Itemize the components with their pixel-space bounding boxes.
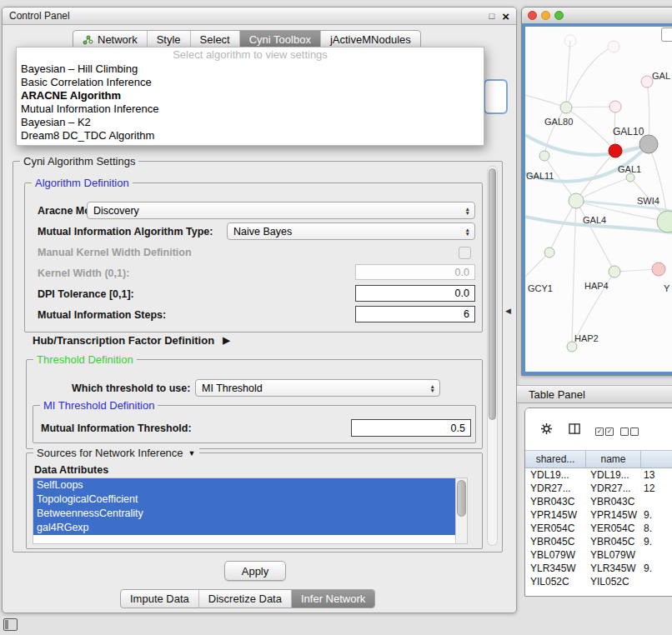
mi-threshold-field[interactable]: 0.5	[351, 419, 471, 437]
cell-shared: YBR043C	[525, 496, 586, 508]
tab-network[interactable]: Network	[73, 31, 148, 48]
network-graph[interactable]: GAL GAL80 GAL10 GAL11 GAL1 SWI4 GAL4 GCY…	[525, 27, 672, 375]
network-node[interactable]	[652, 262, 665, 276]
tab-cyni-toolbox[interactable]: Cyni Toolbox	[240, 31, 321, 48]
network-node[interactable]	[569, 193, 584, 208]
algorithm-option-bayesian-k2[interactable]: Bayesian – K2	[17, 116, 484, 129]
network-node[interactable]	[657, 211, 672, 232]
table-row[interactable]: YLR345WYLR345W9.	[525, 562, 672, 575]
network-node-highlighted[interactable]	[609, 144, 622, 158]
network-node[interactable]	[544, 248, 554, 258]
expand-right-icon[interactable]: ▶	[223, 335, 229, 346]
algorithm-option-aracne[interactable]: ARACNE Algorithm	[17, 89, 484, 102]
combobox-value: Naive Bayes	[233, 226, 292, 238]
network-nodes[interactable]	[539, 35, 672, 352]
network-node[interactable]	[641, 76, 653, 88]
attributes-list-scrollbar[interactable]	[455, 478, 467, 543]
column-header-name[interactable]: name	[586, 451, 641, 468]
network-canvas[interactable]: GAL GAL80 GAL10 GAL11 GAL1 SWI4 GAL4 GCY…	[522, 23, 672, 375]
network-node-label: SWI4	[637, 196, 659, 206]
algorithm-option-bayesian-hill-climbing[interactable]: Bayesian – Hill Climbing	[17, 62, 484, 76]
zoom-traffic-light[interactable]	[554, 11, 564, 20]
tab-impute-data[interactable]: Impute Data	[121, 590, 199, 608]
manual-kernel-width-label: Manual Kernel Width Definition	[38, 247, 192, 258]
table-row[interactable]: YBR043CYBR043C	[525, 495, 672, 508]
attribute-item-selected[interactable]: TopologicalCoefficient	[33, 492, 456, 507]
network-node[interactable]	[609, 101, 621, 112]
hub-transcription-factor-section[interactable]: Hub/Transcription Factor Definition ▶	[33, 334, 230, 347]
tab-infer-network[interactable]: Infer Network	[292, 590, 374, 608]
manual-kernel-width-checkbox[interactable]	[459, 247, 471, 259]
collapse-down-icon[interactable]: ▼	[188, 449, 196, 458]
tab-jactivemnodules[interactable]: jActiveMNodules	[321, 31, 420, 48]
network-node[interactable]	[608, 41, 619, 52]
network-node-hub[interactable]	[639, 135, 658, 153]
close-window-icon[interactable]: ×	[502, 10, 509, 22]
tab-discretize-data[interactable]: Discretize Data	[199, 590, 292, 608]
network-node[interactable]	[626, 173, 634, 182]
columns-icon[interactable]	[569, 423, 581, 435]
table-row[interactable]: YBR045CYBR045C9.	[525, 535, 672, 548]
network-node-label: GAL80	[544, 117, 573, 127]
algorithm-option-mutual-information[interactable]: Mutual Information Inference	[17, 102, 484, 116]
table-row[interactable]: YPR145WYPR145W9.	[525, 508, 672, 522]
table-row[interactable]: YBL079WYBL079W	[525, 548, 672, 562]
unchecked-boxes-icon[interactable]	[620, 428, 639, 436]
table-row[interactable]: YDR27...YDR27...12	[525, 482, 672, 495]
tab-select[interactable]: Select	[191, 31, 240, 48]
which-threshold-label: Which threshold to use:	[72, 382, 190, 394]
mi-algorithm-type-combobox[interactable]: Naive Bayes ▲▼	[227, 222, 475, 240]
network-node-label: GAL1	[618, 164, 641, 174]
gear-icon[interactable]	[540, 422, 553, 435]
data-attributes-list[interactable]: SelfLoops TopologicalCoefficient Between…	[33, 478, 468, 544]
control-panel-window: Control Panel □ × Network Style Select C…	[2, 7, 517, 613]
group-title: Cyni Algorithm Settings	[20, 155, 138, 168]
dpi-tolerance-field[interactable]: 0.0	[355, 285, 475, 302]
cell-shared: YLR345W	[525, 562, 586, 574]
attribute-item-selected[interactable]: gal4RGexp	[33, 521, 456, 535]
network-node[interactable]	[609, 266, 620, 278]
table-header-row[interactable]: shared... name	[525, 450, 672, 468]
float-window-icon[interactable]: □	[489, 11, 495, 21]
column-header-shared[interactable]: shared...	[525, 451, 586, 468]
cell-shared: YDL19...	[525, 469, 586, 481]
which-threshold-combobox[interactable]: MI Threshold ▲▼	[195, 379, 440, 397]
network-icon	[83, 35, 93, 45]
table-row[interactable]: YDL19...YDL19...13	[525, 468, 672, 482]
checked-boxes-icon[interactable]: ✓✓	[595, 428, 614, 436]
scrollbar-thumb[interactable]	[489, 168, 496, 420]
table-row[interactable]: YIL052CYIL052C	[525, 575, 672, 588]
minimize-traffic-light[interactable]	[541, 11, 550, 20]
column-header-extra[interactable]	[641, 451, 672, 468]
network-node[interactable]	[539, 151, 549, 161]
network-node-label: GAL10	[613, 126, 644, 138]
minimized-panel-icon[interactable]	[3, 618, 18, 631]
scrollbar-thumb[interactable]	[457, 480, 466, 517]
settings-scrollbar[interactable]	[487, 166, 498, 546]
algorithm-option-dream8[interactable]: Dream8 DC_TDC Algorithm	[17, 129, 484, 142]
aracne-mode-combobox[interactable]: Discovery ▲▼	[87, 202, 475, 219]
attribute-item-selected[interactable]: SelfLoops	[33, 478, 456, 492]
data-attributes-label: Data Attributes	[34, 464, 108, 476]
table-row[interactable]: YER054CYER054C8.	[525, 522, 672, 535]
attribute-item-selected[interactable]: BetweennessCentrality	[33, 507, 456, 521]
splitter-collapse-icon[interactable]: ◀	[505, 307, 511, 315]
network-node[interactable]	[560, 102, 572, 113]
apply-button[interactable]: Apply	[224, 561, 286, 581]
control-panel-titlebar[interactable]: Control Panel □ ×	[3, 8, 516, 25]
sources-group-title[interactable]: Sources for Network Inference ▼	[33, 447, 199, 459]
table-toolbar: ✓✓	[525, 408, 672, 450]
tab-style[interactable]: Style	[148, 31, 191, 48]
kernel-width-field: 0.0	[355, 264, 475, 280]
tab-label: Discretize Data	[208, 592, 282, 605]
mi-algorithm-type-label: Mutual Information Algorithm Type:	[38, 226, 213, 238]
algorithm-option-basic-correlation[interactable]: Basic Correlation Inference	[17, 76, 484, 89]
table-panel-header[interactable]: Table Panel	[517, 385, 672, 403]
mi-steps-field[interactable]: 6	[355, 306, 475, 322]
tab-label: Impute Data	[130, 592, 189, 605]
algorithm-combobox-focus-ring[interactable]	[484, 79, 508, 114]
window-corner-widget[interactable]	[661, 28, 672, 42]
close-traffic-light[interactable]	[528, 11, 537, 20]
network-window-titlebar[interactable]	[522, 8, 672, 24]
hub-section-label: Hub/Transcription Factor Definition	[33, 334, 214, 347]
